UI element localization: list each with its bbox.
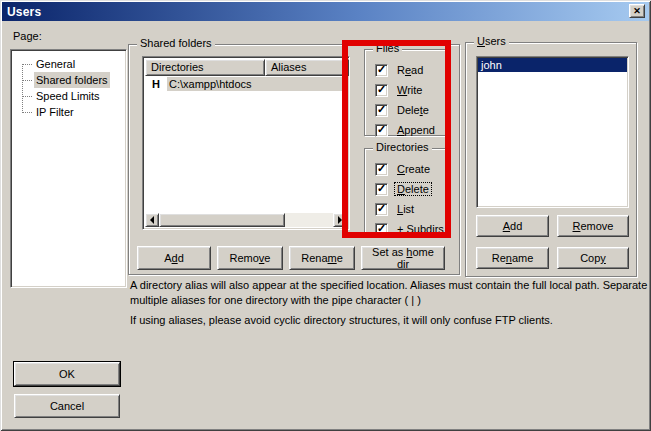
- scroll-right-icon: [338, 216, 346, 224]
- checkbox-delete-dir[interactable]: ✓ Delete: [375, 182, 431, 196]
- column-header-aliases[interactable]: Aliases: [265, 59, 349, 76]
- check-icon: ✓: [377, 84, 386, 95]
- checkbox-label: Delete: [395, 183, 431, 195]
- directories-listview[interactable]: Directories Aliases H C:\xampp\htdocs: [142, 56, 350, 230]
- close-icon: ✕: [633, 6, 641, 16]
- alias-info-text: A directory alias will also appear at th…: [130, 278, 649, 333]
- checkbox-list[interactable]: ✓ List: [375, 202, 416, 216]
- checkbox-label: List: [395, 203, 416, 215]
- tree-item-label: IP Filter: [34, 104, 76, 120]
- checkbox-icon: ✓: [375, 104, 388, 117]
- check-icon: ✓: [377, 64, 386, 75]
- scroll-left-button[interactable]: [145, 213, 159, 227]
- users-listbox[interactable]: john: [476, 56, 629, 208]
- tree-item-general[interactable]: General: [11, 56, 126, 72]
- check-icon: ✓: [377, 104, 386, 115]
- checkbox-write[interactable]: ✓ Write: [375, 83, 424, 97]
- button-label: Remove: [230, 252, 271, 264]
- tree-item-shared-folders[interactable]: Shared folders: [11, 72, 126, 88]
- rename-user-button[interactable]: Rename: [476, 247, 549, 269]
- button-label: Rename: [301, 252, 343, 264]
- checkbox-icon: ✓: [375, 64, 388, 77]
- directories-group-label: Directories: [373, 141, 432, 154]
- page-label: Page:: [13, 30, 42, 42]
- close-button[interactable]: ✕: [629, 4, 645, 18]
- checkbox-delete-file[interactable]: ✓ Delete: [375, 103, 431, 117]
- checkbox-read[interactable]: ✓ Read: [375, 63, 425, 77]
- scroll-left-icon: [146, 216, 154, 224]
- column-header-directories[interactable]: Directories: [145, 59, 265, 76]
- button-label: Add: [503, 220, 523, 232]
- files-permissions-group: Files ✓ Read ✓ Write ✓ Delete ✓ Append: [364, 49, 447, 136]
- checkbox-label: Append: [395, 124, 437, 136]
- horizontal-scrollbar[interactable]: [145, 213, 347, 227]
- add-user-button[interactable]: Add: [476, 215, 549, 237]
- checkbox-label: Delete: [395, 104, 431, 116]
- ok-button[interactable]: OK: [14, 362, 120, 386]
- users-dialog: Users ✕ Page: General Shared folders Spe…: [0, 0, 651, 431]
- checkbox-icon: ✓: [375, 84, 388, 97]
- copy-user-button[interactable]: Copy: [557, 247, 629, 269]
- checkbox-icon: ✓: [375, 203, 388, 216]
- alias-info-paragraph-2: If using aliases, please avoid cyclic di…: [130, 313, 649, 328]
- check-icon: ✓: [377, 203, 386, 214]
- shared-folders-group: Shared folders Directories Aliases H C:\…: [128, 44, 460, 275]
- checkbox-icon: ✓: [375, 183, 388, 196]
- checkbox-subdirs[interactable]: ✓ + Subdirs: [375, 222, 446, 236]
- button-label: Add: [164, 252, 184, 264]
- tree-item-speed-limits[interactable]: Speed Limits: [11, 88, 126, 104]
- title-bar[interactable]: Users: [2, 2, 649, 21]
- page-tree[interactable]: General Shared folders Speed Limits IP F…: [10, 49, 127, 288]
- checkbox-label: Read: [395, 64, 425, 76]
- checkbox-label: + Subdirs: [395, 223, 446, 235]
- tree-item-label: General: [34, 56, 77, 72]
- check-icon: ✓: [377, 223, 386, 234]
- directory-path: C:\xampp\htdocs: [167, 77, 347, 91]
- tree-item-label: Speed Limits: [34, 88, 102, 104]
- shared-folders-group-label: Shared folders: [137, 37, 215, 50]
- remove-user-button[interactable]: Remove: [557, 215, 629, 237]
- user-list-item[interactable]: john: [478, 58, 627, 72]
- users-group-label: Users: [474, 35, 509, 48]
- listview-header: Directories Aliases: [145, 59, 349, 76]
- checkbox-label: Write: [395, 84, 424, 96]
- rename-directory-button[interactable]: Rename: [289, 246, 355, 270]
- directory-row[interactable]: H C:\xampp\htdocs: [145, 77, 347, 91]
- button-label: Remove: [573, 220, 614, 232]
- button-label: Rename: [492, 252, 534, 264]
- check-icon: ✓: [377, 183, 386, 194]
- users-group: Users john Add Remove Rename Copy: [465, 42, 637, 277]
- scroll-right-button[interactable]: [333, 213, 347, 227]
- cancel-button[interactable]: Cancel: [14, 394, 120, 418]
- checkbox-append[interactable]: ✓ Append: [375, 123, 437, 137]
- set-as-home-dir-button[interactable]: Set as home dir: [361, 246, 445, 270]
- checkbox-create[interactable]: ✓ Create: [375, 162, 432, 176]
- add-directory-button[interactable]: Add: [137, 246, 211, 270]
- check-icon: ✓: [377, 163, 386, 174]
- directories-permissions-group: Directories ✓ Create ✓ Delete ✓ List ✓ +…: [364, 148, 447, 236]
- checkbox-icon: ✓: [375, 163, 388, 176]
- checkbox-label: Create: [395, 163, 432, 175]
- checkbox-icon: ✓: [375, 223, 388, 236]
- remove-directory-button[interactable]: Remove: [217, 246, 283, 270]
- files-group-label: Files: [373, 42, 402, 55]
- button-label: Copy: [580, 252, 606, 264]
- button-label: Set as home dir: [368, 246, 438, 270]
- check-icon: ✓: [377, 124, 386, 135]
- tree-item-label: Shared folders: [34, 72, 110, 88]
- alias-info-paragraph-1: A directory alias will also appear at th…: [130, 278, 649, 308]
- scrollbar-thumb[interactable]: [159, 213, 285, 227]
- checkbox-icon: ✓: [375, 124, 388, 137]
- tree-item-ip-filter[interactable]: IP Filter: [11, 104, 126, 120]
- home-flag: H: [145, 78, 167, 90]
- window-title: Users: [7, 5, 41, 19]
